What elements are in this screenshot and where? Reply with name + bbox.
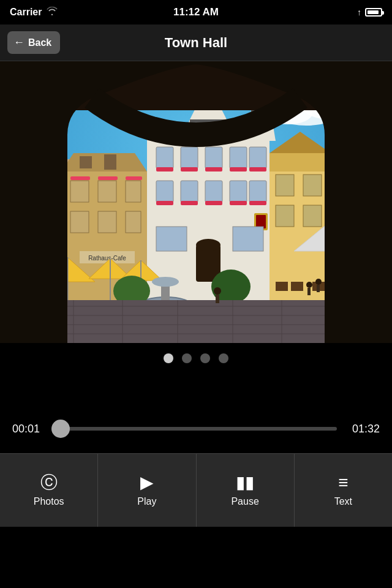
carrier-label: Carrier <box>10 7 42 18</box>
svg-rect-64 <box>230 181 247 202</box>
svg-rect-60 <box>249 167 266 172</box>
svg-rect-114 <box>291 282 303 291</box>
battery-icon <box>365 8 382 17</box>
svg-rect-82 <box>276 205 294 227</box>
text-menu-icon: ≡ <box>338 474 348 491</box>
svg-point-74 <box>196 239 221 251</box>
dot-3[interactable] <box>200 353 210 363</box>
nav-title: Town Hall <box>165 35 227 51</box>
svg-rect-76 <box>233 227 263 251</box>
svg-rect-61 <box>156 181 173 202</box>
svg-rect-51 <box>156 147 173 168</box>
photo-display: Rathaus-Cafe <box>0 61 392 343</box>
svg-rect-23 <box>98 181 116 202</box>
progress-area: 00:01 01:32 <box>0 404 392 453</box>
svg-rect-27 <box>126 211 141 233</box>
svg-text:Rathaus-Cafe: Rathaus-Cafe <box>88 255 126 262</box>
svg-rect-63 <box>205 181 222 202</box>
svg-rect-66 <box>156 201 173 205</box>
svg-rect-67 <box>181 201 198 205</box>
status-time: 11:12 AM <box>173 6 219 18</box>
svg-point-96 <box>152 277 179 287</box>
play-icon: ▶ <box>140 474 154 491</box>
photos-label: Photos <box>34 496 64 507</box>
svg-rect-52 <box>181 147 198 168</box>
svg-rect-30 <box>70 176 90 180</box>
play-button[interactable]: ▶ Play <box>98 454 196 527</box>
svg-rect-65 <box>249 181 266 202</box>
svg-rect-118 <box>216 295 219 303</box>
photos-icon: ⓒ <box>40 474 58 491</box>
progress-thumb[interactable] <box>51 420 70 438</box>
text-label: Text <box>334 496 352 507</box>
svg-point-119 <box>306 282 312 288</box>
bottom-toolbar: ⓒ Photos ▶ Play ▮▮ Pause ≡ Text <box>0 453 392 527</box>
pause-button[interactable]: ▮▮ Pause <box>197 454 295 527</box>
pause-icon: ▮▮ <box>236 474 254 491</box>
back-arrow-icon: ← <box>13 36 24 49</box>
nav-bar: ← Back Town Hall <box>0 24 392 61</box>
dot-2[interactable] <box>182 353 192 363</box>
svg-rect-113 <box>276 282 288 291</box>
back-button[interactable]: ← Back <box>7 31 60 54</box>
svg-rect-26 <box>98 211 116 233</box>
svg-rect-57 <box>181 167 198 172</box>
svg-rect-75 <box>156 227 187 251</box>
location-icon: ↑ <box>357 7 361 17</box>
svg-rect-70 <box>249 201 266 205</box>
svg-rect-81 <box>303 175 322 196</box>
svg-rect-22 <box>70 181 89 202</box>
svg-rect-31 <box>98 176 118 180</box>
svg-rect-24 <box>126 181 141 202</box>
svg-rect-122 <box>317 285 320 292</box>
total-time: 01:32 <box>347 423 380 435</box>
play-label: Play <box>137 496 156 507</box>
svg-rect-68 <box>205 201 222 205</box>
svg-rect-32 <box>126 176 142 180</box>
svg-rect-55 <box>249 147 266 168</box>
svg-rect-120 <box>307 288 311 295</box>
svg-rect-56 <box>156 167 173 172</box>
wifi-icon <box>47 7 58 18</box>
svg-rect-59 <box>230 167 247 172</box>
svg-rect-21 <box>104 154 116 170</box>
slide-dots <box>0 343 392 374</box>
text-button[interactable]: ≡ Text <box>295 454 392 527</box>
svg-rect-58 <box>205 167 222 172</box>
back-label: Back <box>28 37 51 48</box>
svg-rect-80 <box>276 175 294 196</box>
photos-button[interactable]: ⓒ Photos <box>0 454 98 527</box>
svg-rect-53 <box>205 147 222 168</box>
svg-rect-54 <box>230 147 247 168</box>
svg-rect-62 <box>181 181 198 202</box>
svg-point-117 <box>214 287 221 295</box>
dot-4[interactable] <box>219 353 228 363</box>
status-bar: Carrier 11:12 AM ↑ <box>0 0 392 24</box>
svg-rect-20 <box>80 156 92 168</box>
svg-rect-69 <box>230 201 247 205</box>
pause-label: Pause <box>231 496 258 507</box>
progress-track[interactable] <box>55 427 337 431</box>
svg-rect-78 <box>270 153 331 172</box>
current-time: 00:01 <box>12 423 45 435</box>
svg-rect-25 <box>70 211 89 233</box>
dot-1[interactable] <box>164 353 173 363</box>
svg-point-121 <box>315 279 322 285</box>
svg-rect-83 <box>303 205 322 227</box>
